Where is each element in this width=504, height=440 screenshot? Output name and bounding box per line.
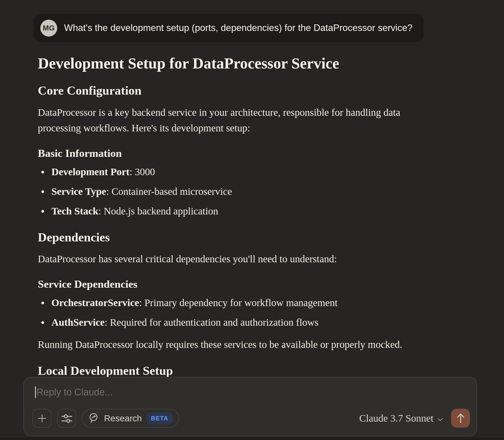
reply-input[interactable]: Reply to Claude...	[35, 386, 113, 398]
response-h3: Service Dependencies	[38, 277, 433, 291]
beta-badge: BETA	[146, 413, 173, 424]
send-button[interactable]	[451, 409, 470, 428]
user-message-text: What's the development setup (ports, dep…	[64, 22, 413, 34]
list-item-term: Service Type	[51, 186, 106, 197]
sliders-icon	[61, 413, 73, 424]
list-item-term: Tech Stack	[51, 205, 98, 217]
response-h2: Core Configuration	[38, 83, 433, 98]
response-content: Development Setup for DataProcessor Serv…	[38, 42, 433, 378]
plus-icon	[37, 413, 47, 423]
reply-placeholder: Reply to Claude...	[37, 387, 113, 398]
list-item: AuthService: Required for authentication…	[38, 315, 433, 330]
response-p: DataProcessor has several critical depen…	[38, 251, 433, 267]
response-h3: Basic Information	[38, 146, 433, 160]
list-item: Service Type: Container-based microservi…	[38, 184, 433, 199]
research-label: Research	[104, 413, 142, 423]
list-item: Development Port: 3000	[38, 164, 433, 180]
list-item-term: AuthService	[51, 317, 105, 328]
tools-button[interactable]	[57, 409, 76, 428]
list-item: Tech Stack: Node.js backend application	[38, 203, 433, 219]
list-item-term: OrchestratorService	[51, 297, 139, 308]
response-p: Running DataProcessor locally requires t…	[38, 337, 433, 352]
response-h1: Development Setup for DataProcessor Serv…	[38, 55, 433, 72]
chevron-down-icon	[437, 417, 444, 422]
reply-composer: Reply to Claude...	[23, 377, 477, 436]
user-message-bubble: MG What's the development setup (ports, …	[34, 14, 424, 42]
arrow-up-icon	[456, 413, 466, 424]
avatar: MG	[40, 20, 57, 36]
list-item-term: Development Port	[51, 166, 130, 177]
attach-button[interactable]	[33, 409, 51, 428]
research-button[interactable]: Research BETA	[82, 409, 179, 428]
list-item: OrchestratorService: Primary dependency …	[38, 295, 433, 311]
response-p: DataProcessor is a key backend service i…	[38, 105, 433, 136]
text-caret	[35, 386, 36, 398]
bullet-list: OrchestratorService: Primary dependency …	[38, 295, 433, 330]
bottom-edge	[0, 437, 504, 440]
magnifier-trend-icon	[88, 413, 100, 424]
model-selector[interactable]: Claude 3.7 Sonnet	[359, 412, 444, 424]
response-h2: Dependencies	[38, 230, 433, 245]
response-h2: Local Development Setup	[38, 363, 433, 378]
model-name: Claude 3.7 Sonnet	[359, 412, 433, 424]
bullet-list: Development Port: 3000Service Type: Cont…	[38, 164, 433, 219]
